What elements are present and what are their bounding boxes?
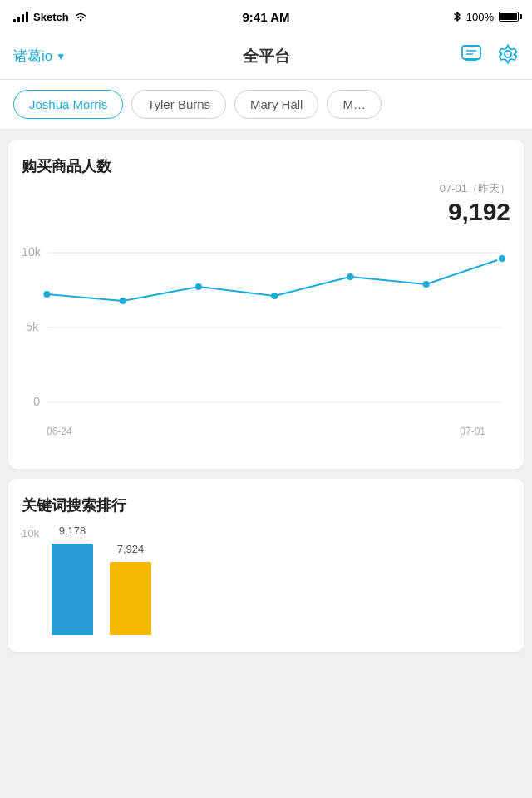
battery-icon xyxy=(499,12,519,22)
chart-x-labels: 06-24 07-01 xyxy=(22,422,510,437)
svg-text:5k: 5k xyxy=(26,320,39,333)
status-bar: Sketch 9:41 AM 100% xyxy=(0,0,532,33)
status-left: Sketch xyxy=(13,11,87,23)
svg-point-11 xyxy=(120,298,126,304)
battery-percent: 100% xyxy=(466,11,494,23)
svg-text:0: 0 xyxy=(33,395,40,408)
svg-point-13 xyxy=(271,293,278,299)
bar-1-label: 9,178 xyxy=(59,525,86,537)
brand-nav[interactable]: 诸葛io ▼ xyxy=(13,47,66,66)
status-time: 9:41 AM xyxy=(243,10,290,24)
nav-bar: 诸葛io ▼ 全平台 xyxy=(0,33,532,80)
wifi-icon xyxy=(74,11,87,22)
x-label-end: 07-01 xyxy=(460,426,485,437)
keyword-y-label: 10k xyxy=(22,527,39,539)
svg-point-12 xyxy=(195,283,202,290)
bar-2: 7,924 xyxy=(110,543,151,635)
x-label-start: 06-24 xyxy=(47,426,72,437)
bluetooth-icon xyxy=(453,11,461,22)
nav-title: 全平台 xyxy=(243,46,290,67)
svg-point-16 xyxy=(498,254,506,263)
carrier-label: Sketch xyxy=(33,11,69,23)
tab-joshua-morris[interactable]: Joshua Morris xyxy=(13,90,123,119)
line-chart-svg: 10k 5k 0 xyxy=(22,236,510,419)
svg-point-15 xyxy=(423,281,430,288)
svg-point-14 xyxy=(347,273,353,280)
svg-rect-0 xyxy=(462,46,480,59)
purchase-chart: 10k 5k 0 06-24 07-01 xyxy=(22,236,510,452)
message-button[interactable] xyxy=(461,44,482,69)
bar-2-label: 7,924 xyxy=(117,543,145,555)
brand-name: 诸葛io xyxy=(13,47,52,66)
dropdown-icon: ▼ xyxy=(56,51,66,62)
keyword-title: 关键词搜索排行 xyxy=(22,495,510,515)
tab-mary-hall[interactable]: Mary Hall xyxy=(234,90,318,119)
svg-point-3 xyxy=(505,51,511,57)
svg-point-10 xyxy=(43,291,50,298)
tab-more[interactable]: M… xyxy=(327,90,382,119)
keyword-card: 关键词搜索排行 10k x 9,178 7,924 xyxy=(8,479,524,652)
nav-actions xyxy=(461,43,519,70)
bar-2-rect xyxy=(110,562,151,635)
purchase-date: 07-01（昨天） xyxy=(22,181,510,196)
tabs-row: Joshua Morris Tyler Burns Mary Hall M… xyxy=(0,80,532,130)
signal-icon xyxy=(13,11,28,22)
bar-1: 9,178 xyxy=(52,525,93,635)
purchase-title: 购买商品人数 xyxy=(22,156,510,176)
svg-text:10k: 10k xyxy=(22,245,42,259)
settings-button[interactable] xyxy=(497,43,519,70)
message-icon xyxy=(461,44,482,64)
bar-1-rect xyxy=(52,544,93,635)
tab-tyler-burns[interactable]: Tyler Burns xyxy=(131,90,226,119)
status-right: 100% xyxy=(453,11,519,23)
purchase-value: 9,192 xyxy=(22,198,510,226)
gear-icon xyxy=(497,43,519,65)
purchase-card: 购买商品人数 07-01（昨天） 9,192 10k 5k 0 xyxy=(8,140,524,469)
